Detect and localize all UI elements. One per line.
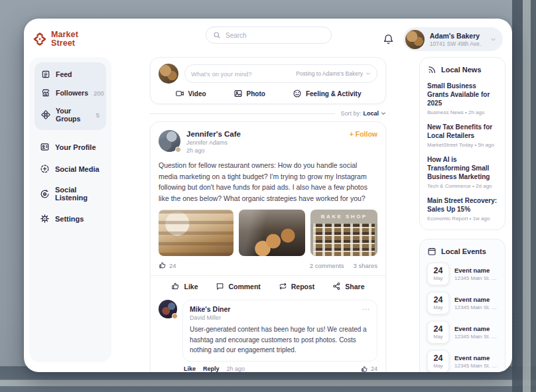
comment-text: User-generated content has been huge for… [190,324,370,356]
like-count[interactable]: 24 [159,261,176,269]
sort-control[interactable]: Sort by: Local [150,110,386,117]
photo-icon [234,89,243,98]
bread-shelves [310,224,377,256]
local-news-title: Local News [441,66,482,74]
notifications-bell-icon[interactable] [383,34,394,45]
composer-field[interactable]: Posting to Adams's Bakery [184,64,377,83]
search-input[interactable] [226,32,324,39]
event-date: 24May [427,321,449,344]
comment: Mike's Diner David Miller ... User-gener… [159,300,377,372]
news-item[interactable]: New Tax Benefits for Local Retailers Mar… [427,123,498,148]
repost-arrows-icon [279,282,287,291]
video-button[interactable]: Video [175,89,206,98]
rss-icon [427,65,436,74]
account-address: 10741 SW 49th Ave. [430,40,481,47]
post-photo-bread-case[interactable] [239,210,306,256]
comment-bubble-icon [216,282,224,291]
comment-like-button[interactable]: Like [184,365,196,372]
post-author-avatar[interactable] [159,130,180,152]
comment-menu-icon[interactable]: ... [362,305,370,310]
right-rail: Local News Small Business Grants Availab… [419,57,505,372]
post-business-name[interactable]: Jennifer's Cafe [186,130,241,138]
thumbs-up-icon [361,365,368,372]
account-name: Adam's Bakery [430,32,481,40]
bake-shop-sign: BAKE SHOP [310,210,377,224]
social-listening-icon [40,189,50,199]
local-news-card: Local News Small Business Grants Availab… [419,57,505,230]
event-date: 24May [427,350,449,372]
composer-input[interactable] [191,70,296,78]
chevron-down-icon [366,71,371,76]
local-events-title: Local Events [441,247,486,255]
comment-reply-button[interactable]: Reply [203,365,220,372]
sidebar-item-followers[interactable]: Followers 200 [36,84,105,102]
photo-button[interactable]: Photo [234,89,265,98]
like-button[interactable]: Like [171,282,198,291]
sidebar-item-feed[interactable]: Feed [36,65,105,84]
gear-icon [40,214,50,224]
thumbs-up-icon [159,261,167,269]
post-stats: 24 2 comments 3 shares [159,261,377,269]
comment-author-name: David Miller [190,314,230,321]
followers-count: 200 [94,90,104,97]
sidebar-item-your-groups[interactable]: Your Groups 5 [36,102,105,127]
share-nodes-icon [332,282,341,291]
event-item[interactable]: 24May Event name 12345 Main St. Portland… [427,263,498,285]
news-item[interactable]: How AI is Transforming Small Business Ma… [427,155,498,189]
post-author-name: Jennifer Adams [186,139,228,146]
share-button[interactable]: Share [332,282,364,291]
comments-count[interactable]: 2 comments [310,262,344,269]
feeling-activity-button[interactable]: Feeling & Activity [293,89,362,98]
event-item[interactable]: 24May Event name 12345 Main St. Portland… [427,321,498,344]
avatar-badge [175,147,181,153]
social-media-icon [40,164,50,174]
app-window: Market Street Adam's Bak [24,19,512,372]
divider [150,113,335,114]
brand-name: Market Street [51,31,78,48]
sidebar-item-social-listening[interactable]: Social Listening [34,180,106,207]
comment-avatar[interactable] [159,300,177,318]
sidebar-item-your-profile[interactable]: Your Profile [34,137,106,157]
groups-icon [41,110,50,119]
shares-count[interactable]: 3 shares [354,262,377,269]
sidebar-feed-group: Feed Followers 200 Your Groups 5 [34,62,106,130]
global-search[interactable] [206,27,332,44]
post-action-bar: Like Comment Repost Share [151,275,385,292]
market-street-logo-icon [32,31,48,47]
video-camera-icon [175,89,184,98]
brand-logo[interactable]: Market Street [32,31,78,48]
event-date: 24May [427,292,449,314]
post-photo-bake-shop[interactable]: BAKE SHOP [310,210,377,256]
smiley-icon [293,89,302,98]
avatar [405,30,425,49]
event-date: 24May [427,263,449,285]
posting-to-selector[interactable]: Posting to Adams's Bakery [296,70,371,77]
post-body-text: Question for fellow restaurant owners: H… [159,160,377,204]
groups-count: 5 [96,111,100,119]
sidebar-item-social-media[interactable]: Social Media [34,159,106,179]
sidebar-nav: Feed Followers 200 Your Groups 5 [29,57,111,362]
event-item[interactable]: 24May Event name 12345 Main St. Portland… [427,350,498,372]
follow-button[interactable]: + Follow [350,130,377,138]
chevron-down-icon [490,36,496,42]
comment-business-name[interactable]: Mike's Diner [190,305,230,313]
news-item[interactable]: Small Business Grants Available for 2025… [427,82,498,115]
news-item[interactable]: Main Street Recovery: Sales Up 15% Econo… [427,196,498,222]
local-events-card: Local Events 24May Event name 12345 Main… [419,239,505,372]
storefront-icon [41,88,50,98]
composer-avatar [159,64,178,84]
avatar-badge [172,313,178,319]
sidebar-item-settings[interactable]: Settings [34,208,106,229]
top-bar: Market Street Adam's Bak [24,19,512,53]
post-photo-bakery-kitchen[interactable] [159,210,234,256]
post-timestamp: 2h ago [186,147,241,154]
post-composer: Posting to Adams's Bakery Video [150,57,386,104]
thumbs-up-icon [171,282,180,291]
account-switcher[interactable]: Adam's Bakery 10741 SW 49th Ave. [403,27,503,51]
calendar-icon [427,247,436,256]
comment-button[interactable]: Comment [216,282,260,291]
comment-like-count[interactable]: 24 [361,365,377,372]
chevron-down-icon [381,111,386,116]
event-item[interactable]: 24May Event name 12345 Main St. Portland… [427,292,498,314]
repost-button[interactable]: Repost [279,282,315,291]
